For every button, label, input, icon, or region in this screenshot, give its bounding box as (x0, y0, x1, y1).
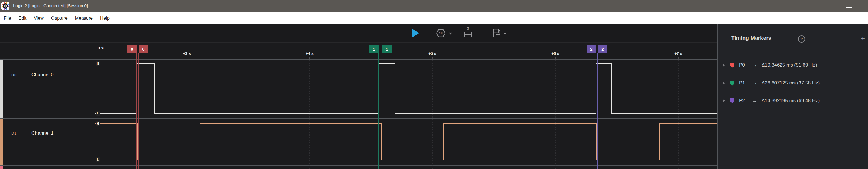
annotations-button[interactable] (486, 24, 514, 42)
channel-1-id: D1 (11, 131, 17, 136)
marker-name: P2 (739, 98, 748, 103)
timing-marker-flag[interactable]: 1 (382, 45, 392, 53)
arrow-icon: → (752, 62, 757, 68)
app-window: Logic 2 [Logic - Connected] [Session 0] … (0, 0, 868, 169)
timing-marker-row-p0[interactable]: P0→Δ19.34625 ms (51.69 Hz) (723, 61, 817, 69)
channel-0-color-strip (0, 60, 3, 118)
start-capture-button[interactable] (401, 24, 430, 42)
expand-arrow-icon[interactable] (723, 64, 725, 67)
radix-value: 1F (436, 29, 446, 38)
arrow-icon: → (752, 80, 757, 86)
radix-display-button[interactable]: 1F (430, 24, 459, 42)
level-low-label: L (96, 111, 100, 116)
measure-count: 3 (464, 27, 472, 31)
marker-delta-value: Δ14.392195 ms (69.48 Hz) (762, 98, 820, 103)
timing-marker-row-p2[interactable]: P2→Δ14.392195 ms (69.48 Hz) (723, 96, 820, 105)
expand-arrow-icon[interactable] (723, 99, 725, 102)
menu-item-measure[interactable]: Measure (75, 16, 93, 21)
level-low-label: L (96, 157, 100, 162)
marker-name: P1 (739, 80, 748, 86)
marker-pair-icon (730, 98, 734, 103)
timing-marker-row-p1[interactable]: P1→Δ26.607125 ms (37.58 Hz) (723, 79, 820, 87)
menu-item-view[interactable]: View (34, 16, 43, 21)
channel-row-1[interactable]: D1 Channel 1 (0, 119, 717, 165)
ruler-icon (464, 31, 472, 38)
window-title: Logic 2 [Logic - Connected] [Session 0] (13, 3, 88, 8)
level-high-label: H (96, 61, 100, 66)
marker-delta-value: Δ26.607125 ms (37.58 Hz) (762, 80, 820, 86)
menu-item-help[interactable]: Help (100, 16, 110, 21)
measure-tool-button[interactable]: 3 (459, 24, 486, 42)
timing-marker-flag[interactable]: 0 (139, 45, 148, 53)
channel-0-name: Channel 0 (31, 72, 54, 78)
channel-1-color-strip (0, 119, 3, 165)
expand-arrow-icon[interactable] (723, 82, 725, 85)
tick-label: +3 s (183, 51, 191, 56)
marker-name: P0 (739, 62, 748, 68)
marker-pair-icon (730, 81, 734, 86)
tick-label: +5 s (428, 51, 436, 56)
flag-icon (492, 28, 501, 37)
toolbar-separator (514, 25, 515, 41)
level-high-label: H (96, 121, 100, 126)
channel-row-2[interactable] (0, 166, 717, 169)
menu-item-edit[interactable]: Edit (19, 16, 27, 21)
marker-delta-value: Δ19.34625 ms (51.69 Hz) (762, 62, 817, 68)
menu-item-file[interactable]: File (4, 16, 11, 21)
channel-2-color-strip (0, 166, 3, 169)
title-bar: Logic 2 [Logic - Connected] [Session 0] (0, 0, 868, 12)
menubar: FileEditViewCaptureMeasureHelp (0, 12, 868, 24)
timing-marker-flag[interactable]: 2 (587, 45, 596, 53)
timing-marker-flag[interactable]: 2 (598, 45, 608, 53)
channel-1-name: Channel 1 (31, 130, 54, 136)
tick-label: +6 s (551, 51, 559, 56)
chevron-down-icon (503, 32, 507, 35)
app-logo-icon (1, 2, 9, 10)
timing-marker-flag[interactable]: 1 (369, 45, 379, 53)
timing-marker-list: P0→Δ19.34625 ms (51.69 Hz)P1→Δ26.607125 … (718, 24, 868, 169)
play-icon (412, 28, 420, 38)
marker-pair-icon (730, 62, 734, 68)
tick-label: +7 s (674, 51, 682, 56)
channel-0-id: D0 (11, 73, 17, 77)
minimize-button[interactable] (844, 5, 853, 9)
tick-label: +4 s (306, 51, 314, 56)
minimize-icon (846, 7, 852, 8)
timing-markers-panel: Timing Markers ? + P0→Δ19.34625 ms (51.6… (718, 24, 868, 169)
chevron-down-icon (448, 32, 453, 35)
channel-row-0[interactable]: D0 Channel 0 (0, 60, 717, 118)
menu-item-capture[interactable]: Capture (51, 16, 67, 21)
timeline-origin-label: 0 s (98, 45, 103, 50)
label-wave-border (95, 42, 95, 169)
arrow-icon: → (752, 98, 757, 103)
timing-marker-flag[interactable]: 0 (127, 45, 137, 53)
row-divider (0, 59, 717, 60)
